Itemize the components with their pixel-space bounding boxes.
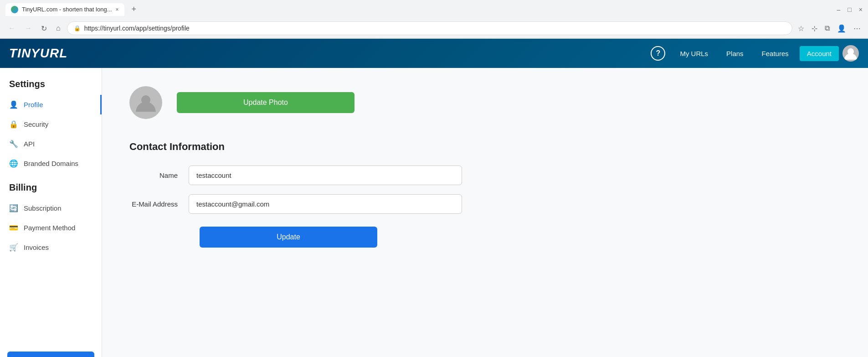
address-bar[interactable]: 🔒 https://tinyurl.com/app/settings/profi… [67, 21, 792, 35]
sidebar-label-api: API [24, 140, 35, 148]
new-tab-button[interactable]: + [128, 3, 140, 16]
api-icon: 🔧 [9, 140, 18, 148]
email-input[interactable] [189, 194, 462, 214]
sidebar-item-payment-method[interactable]: 💳 Payment Method [0, 218, 102, 238]
main-content: Update Photo Contact Information Name E-… [102, 68, 868, 357]
name-form-group: Name [129, 166, 841, 185]
sidebar-spacer [0, 257, 102, 344]
logout-button[interactable]: Log Out [7, 352, 94, 357]
back-button[interactable]: ← [5, 22, 18, 34]
browser-titlebar: TinyURL.com - shorten that long... × + –… [0, 0, 868, 19]
update-photo-button[interactable]: Update Photo [177, 92, 354, 113]
nav-my-urls[interactable]: My URLs [673, 46, 715, 61]
settings-section-title: Settings [0, 68, 102, 95]
email-form-group: E-Mail Address [129, 194, 841, 214]
nav-features[interactable]: Features [755, 46, 796, 61]
extensions-icon[interactable]: ⧉ [823, 22, 832, 35]
maximize-button[interactable]: □ [847, 6, 851, 13]
bookmark-icon[interactable]: ⊹ [810, 22, 819, 35]
profile-icon[interactable]: 👤 [835, 22, 848, 35]
invoices-icon: 🛒 [9, 243, 18, 252]
window-controls: – □ × [837, 6, 863, 13]
minimize-button[interactable]: – [837, 6, 841, 13]
avatar-placeholder-icon [134, 91, 158, 114]
tab-close-icon[interactable]: × [116, 6, 119, 13]
browser-tab[interactable]: TinyURL.com - shorten that long... × [5, 3, 124, 16]
tab-title: TinyURL.com - shorten that long... [22, 6, 112, 13]
sidebar-label-branded-domains: Branded Domains [24, 160, 78, 167]
sidebar-item-profile[interactable]: 👤 Profile [0, 95, 102, 114]
help-button[interactable]: ? [651, 46, 665, 61]
avatar-circle [129, 86, 162, 119]
sidebar-item-branded-domains[interactable]: 🌐 Branded Domains [0, 154, 102, 173]
sidebar-item-security[interactable]: 🔒 Security [0, 114, 102, 134]
sidebar-label-invoices: Invoices [24, 243, 49, 251]
forward-button[interactable]: → [22, 22, 35, 34]
billing-section-title: Billing [0, 173, 102, 198]
sidebar-label-profile: Profile [24, 101, 43, 109]
name-label: Name [129, 171, 189, 179]
lock-icon: 🔒 [74, 25, 81, 31]
payment-icon: 💳 [9, 223, 18, 232]
sidebar-item-subscription[interactable]: 🔄 Subscription [0, 198, 102, 218]
contact-section: Contact Information Name E-Mail Address … [129, 141, 841, 248]
photo-section: Update Photo [129, 86, 841, 119]
browser-toolbar: ← → ↻ ⌂ 🔒 https://tinyurl.com/app/settin… [0, 19, 868, 38]
update-button[interactable]: Update [200, 227, 377, 248]
name-input[interactable] [189, 166, 462, 185]
nav-plans[interactable]: Plans [719, 46, 751, 61]
tab-favicon-icon [11, 6, 18, 13]
toolbar-actions: ☆ ⊹ ⧉ 👤 ⋯ [796, 22, 863, 35]
browser-chrome: TinyURL.com - shorten that long... × + –… [0, 0, 868, 39]
app-body: Settings 👤 Profile 🔒 Security 🔧 API 🌐 Br… [0, 68, 868, 357]
sidebar: Settings 👤 Profile 🔒 Security 🔧 API 🌐 Br… [0, 68, 102, 357]
user-avatar-button[interactable] [842, 45, 859, 62]
home-button[interactable]: ⌂ [53, 22, 63, 34]
sidebar-item-api[interactable]: 🔧 API [0, 134, 102, 154]
bookmark-star-icon[interactable]: ☆ [796, 22, 806, 35]
header-nav: ? My URLs Plans Features Account [651, 45, 859, 62]
subscription-icon: 🔄 [9, 204, 18, 212]
globe-icon: 🌐 [9, 159, 18, 168]
reload-button[interactable]: ↻ [38, 22, 50, 35]
profile-icon: 👤 [9, 100, 18, 109]
close-button[interactable]: × [859, 6, 863, 13]
logo: TINYURL [9, 46, 67, 61]
sidebar-item-invoices[interactable]: 🛒 Invoices [0, 238, 102, 257]
contact-info-title: Contact Information [129, 141, 841, 153]
email-label: E-Mail Address [129, 200, 189, 208]
sidebar-label-subscription: Subscription [24, 204, 62, 212]
sidebar-label-security: Security [24, 120, 48, 128]
user-avatar-icon [842, 45, 859, 62]
url-text: https://tinyurl.com/app/settings/profile [84, 25, 190, 32]
menu-icon[interactable]: ⋯ [852, 22, 863, 35]
nav-account[interactable]: Account [800, 46, 839, 61]
sidebar-label-payment-method: Payment Method [24, 224, 75, 232]
security-icon: 🔒 [9, 120, 18, 129]
app-header: TINYURL ? My URLs Plans Features Account [0, 39, 868, 68]
